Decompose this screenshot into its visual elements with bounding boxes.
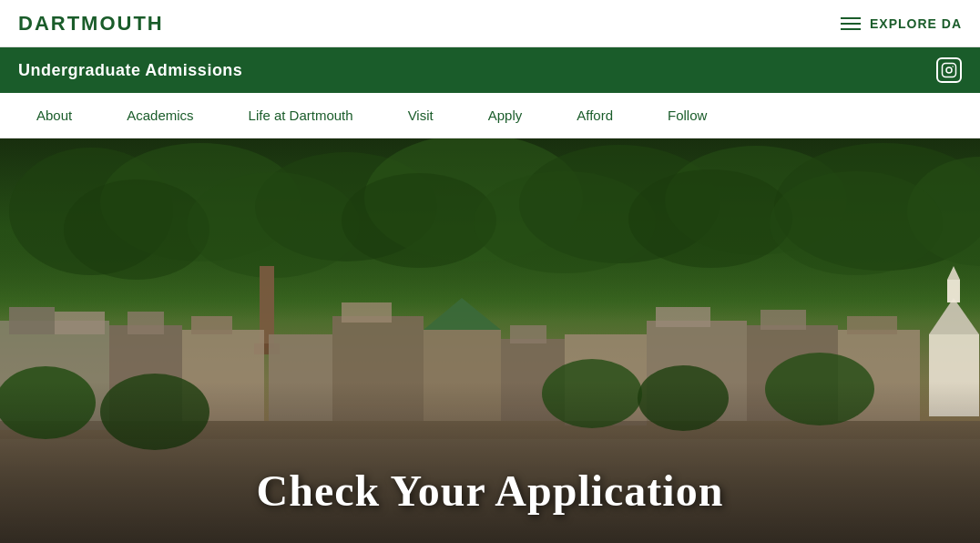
- admissions-title: Undergraduate Admissions: [18, 61, 242, 80]
- instagram-icon[interactable]: [936, 57, 962, 83]
- svg-point-1: [946, 67, 952, 73]
- hero-headline: Check Your Application: [0, 466, 980, 516]
- nav-item-academics[interactable]: Academics: [99, 93, 220, 138]
- top-bar: DARTMOUTH EXPLORE DA: [0, 0, 980, 47]
- nav-item-follow[interactable]: Follow: [640, 93, 734, 138]
- explore-menu[interactable]: EXPLORE DA: [841, 16, 962, 31]
- main-nav: About Academics Life at Dartmouth Visit …: [0, 93, 980, 138]
- svg-rect-0: [943, 64, 956, 77]
- nav-item-life-at-dartmouth[interactable]: Life at Dartmouth: [221, 93, 381, 138]
- dartmouth-logo[interactable]: DARTMOUTH: [18, 12, 164, 36]
- green-header-bar: Undergraduate Admissions: [0, 47, 980, 93]
- nav-item-afford[interactable]: Afford: [549, 93, 640, 138]
- svg-point-2: [952, 66, 954, 67]
- hero-section: Check Your Application: [0, 138, 980, 543]
- explore-label: EXPLORE DA: [870, 16, 962, 31]
- nav-item-visit[interactable]: Visit: [381, 93, 461, 138]
- nav-item-about[interactable]: About: [9, 93, 99, 138]
- hamburger-icon[interactable]: [841, 17, 861, 30]
- nav-item-apply[interactable]: Apply: [461, 93, 550, 138]
